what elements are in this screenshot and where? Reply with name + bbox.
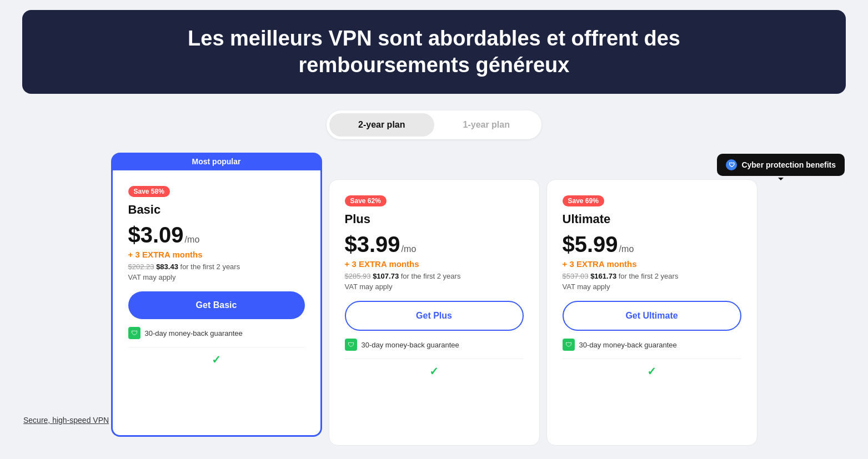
basic-plan-name: Basic: [128, 203, 305, 217]
cyber-protection-tooltip: 🛡 Cyber protection benefits: [717, 154, 845, 176]
shield-icon: 🛡: [726, 159, 737, 170]
plus-discounted-price: $107.73: [373, 272, 399, 280]
cards-area: 🛡 Cyber protection benefits Most popular…: [0, 153, 868, 446]
basic-save-badge: Save 58%: [128, 186, 170, 197]
plus-original-price: $285.93: [345, 272, 371, 280]
ultimate-extra-months: + 3 EXTRA months: [563, 259, 741, 269]
page-wrapper: Les meilleurs VPN sont abordables et off…: [0, 10, 868, 446]
green-shield-icon-ultimate: 🛡: [563, 339, 575, 351]
basic-card-outer: Most popular Save 58% Basic $3.09 /mo + …: [108, 153, 325, 437]
ultimate-price-period: /mo: [619, 244, 634, 254]
basic-money-back: 🛡 30-day money-back guarantee: [128, 327, 305, 339]
plus-plan-name: Plus: [345, 212, 524, 226]
plus-billing-info: $285.93 $107.73 for the first 2 years: [345, 272, 524, 280]
basic-plan-card: Save 58% Basic $3.09 /mo + 3 EXTRA month…: [111, 170, 322, 437]
ultimate-plan-name: Ultimate: [563, 212, 741, 226]
ultimate-checkmark-row: ✓: [563, 359, 741, 378]
ultimate-original-price: $537.03: [563, 272, 589, 280]
green-shield-icon-plus: 🛡: [345, 339, 357, 351]
plus-extra-months: + 3 EXTRA months: [345, 259, 524, 269]
green-shield-icon-basic: 🛡: [128, 327, 141, 339]
ultimate-billing-info: $537.03 $161.73 for the first 2 years: [563, 272, 741, 280]
ultimate-vat: VAT may apply: [563, 283, 741, 291]
plan-toggle-1year[interactable]: 1-year plan: [434, 113, 539, 137]
basic-extra-months: + 3 EXTRA months: [128, 250, 305, 259]
ultimate-price-row: $5.99 /mo: [563, 232, 741, 257]
plus-vat: VAT may apply: [345, 283, 524, 291]
plan-toggle: 2-year plan 1-year plan: [327, 110, 541, 139]
basic-price-amount: $3.09: [128, 223, 184, 248]
ultimate-cta-button[interactable]: Get Ultimate: [563, 301, 741, 331]
basic-original-price: $202.23: [128, 263, 154, 271]
basic-checkmark-row: ✓: [128, 347, 305, 366]
basic-billing-info: $202.23 $83.43 for the first 2 years: [128, 263, 305, 271]
ultimate-price-amount: $5.99: [563, 232, 618, 257]
ultimate-checkmark: ✓: [647, 365, 656, 378]
header-banner: Les meilleurs VPN sont abordables et off…: [22, 10, 846, 94]
ultimate-discounted-price: $161.73: [590, 272, 616, 280]
feature-label[interactable]: Secure, high-speed VPN: [23, 416, 109, 425]
popular-badge: Most popular: [111, 153, 322, 170]
plus-cta-button[interactable]: Get Plus: [345, 301, 524, 331]
plus-checkmark-row: ✓: [345, 359, 524, 378]
plus-checkmark: ✓: [429, 365, 439, 378]
basic-vat: VAT may apply: [128, 273, 305, 281]
plan-toggle-wrapper: 2-year plan 1-year plan: [0, 110, 868, 139]
plus-money-back: 🛡 30-day money-back guarantee: [345, 339, 524, 351]
basic-discounted-price: $83.43: [156, 263, 178, 271]
header-title: Les meilleurs VPN sont abordables et off…: [56, 26, 812, 78]
ultimate-money-back: 🛡 30-day money-back guarantee: [563, 339, 741, 351]
basic-price-row: $3.09 /mo: [128, 223, 305, 248]
basic-price-period: /mo: [185, 235, 200, 245]
plus-plan-card: Save 62% Plus $3.99 /mo + 3 EXTRA months…: [329, 179, 540, 446]
plan-toggle-2year[interactable]: 2-year plan: [329, 113, 434, 137]
basic-checkmark: ✓: [212, 353, 221, 366]
plus-price-period: /mo: [402, 244, 417, 254]
basic-cta-button[interactable]: Get Basic: [128, 291, 305, 319]
plus-save-badge: Save 62%: [345, 195, 387, 206]
ultimate-plan-card: Save 69% Ultimate $5.99 /mo + 3 EXTRA mo…: [546, 179, 757, 446]
plus-price-amount: $3.99: [345, 232, 400, 257]
ultimate-save-badge: Save 69%: [563, 195, 604, 206]
tooltip-label: Cyber protection benefits: [741, 160, 836, 169]
plus-price-row: $3.99 /mo: [345, 232, 524, 257]
